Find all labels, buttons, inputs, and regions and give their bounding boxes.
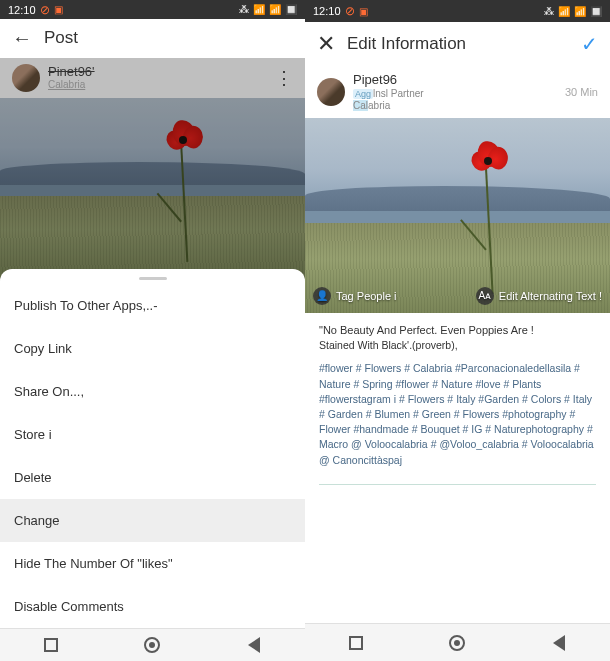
menu-item-0[interactable]: Publish To Other Apps,..- [0,284,305,327]
signal-icon-2: 📶 [574,6,586,17]
post-time: 30 Min [565,86,598,98]
signal-icon: 📶 [253,4,265,15]
signal-icon: 📶 [558,6,570,17]
caption-quote: "No Beauty And Perfect. Even Poppies Are… [319,323,596,354]
more-icon[interactable]: ⋮ [275,67,293,89]
alt-text-label: Edit Alternating Text ! [499,290,602,302]
caption-area[interactable]: "No Beauty And Perfect. Even Poppies Are… [305,313,610,478]
edit-alt-text-button[interactable]: Aᴀ Edit Alternating Text ! [476,287,602,305]
user-name: Pinet96' [48,64,275,80]
avatar[interactable] [12,64,40,92]
nav-recent[interactable] [40,634,62,656]
dnd-icon: ⊘ [40,3,50,17]
menu-item-5[interactable]: Change [0,499,305,542]
bluetooth-icon: ⁂ [544,6,554,17]
bottom-sheet: Publish To Other Apps,..-Copy LinkShare … [0,269,305,628]
avatar[interactable] [317,78,345,106]
user-location[interactable]: Calabria [48,79,275,91]
signal-icon-2: 📶 [269,4,281,15]
post-photo[interactable] [0,98,305,281]
menu-item-1[interactable]: Copy Link [0,327,305,370]
user-row: Pinet96' Calabria ⋮ [0,58,305,98]
nav-home[interactable] [446,632,468,654]
menu-item-2[interactable]: Share On..., [0,370,305,413]
status-time: 12:10 [8,4,36,16]
nav-recent[interactable] [345,632,367,654]
system-nav [305,623,610,661]
page-title: Post [44,28,78,48]
close-icon[interactable]: ✕ [317,31,335,57]
status-app-icon: ▣ [54,4,63,15]
alt-text-icon: Aᴀ [476,287,494,305]
caption-hashtags: #flower # Flowers # Calabria #Parconacio… [319,361,596,468]
user-location[interactable]: Calabria [353,100,565,112]
tag-people-button[interactable]: 👤 Tag People i [313,287,397,305]
topbar: ← Post [0,19,305,57]
dnd-icon: ⊘ [345,4,355,18]
person-icon: 👤 [313,287,331,305]
system-nav [0,628,305,661]
bluetooth-icon: ⁂ [239,4,249,15]
tag-people-label: Tag People i [336,290,397,302]
status-time: 12:10 [313,5,341,17]
topbar: ✕ Edit Information ✓ [305,22,610,66]
status-bar: 12:10 ⊘ ▣ ⁂ 📶 📶 🔲 [0,0,305,19]
battery-icon: 🔲 [285,4,297,15]
back-icon[interactable]: ← [12,27,32,50]
menu-item-7[interactable]: Disable Comments [0,585,305,628]
menu-item-6[interactable]: Hide The Number Of "likes" [0,542,305,585]
sheet-handle[interactable] [139,277,167,280]
nav-home[interactable] [141,634,163,656]
post-photo[interactable]: 👤 Tag People i Aᴀ Edit Alternating Text … [305,118,610,313]
menu-item-3[interactable]: Store i [0,413,305,456]
nav-back[interactable] [243,634,265,656]
user-row: Pipet96 Agglnsl Partner Calabria 30 Min [305,66,610,118]
nav-back[interactable] [548,632,570,654]
menu-item-4[interactable]: Delete [0,456,305,499]
status-app-icon: ▣ [359,6,368,17]
battery-icon: 🔲 [590,6,602,17]
page-title: Edit Information [347,34,466,54]
user-badge: Agglnsl Partner [353,88,565,100]
status-bar: 12:10 ⊘ ▣ ⁂ 📶 📶 🔲 [305,0,610,22]
user-name: Pipet96 [353,72,565,88]
confirm-icon[interactable]: ✓ [581,32,598,56]
